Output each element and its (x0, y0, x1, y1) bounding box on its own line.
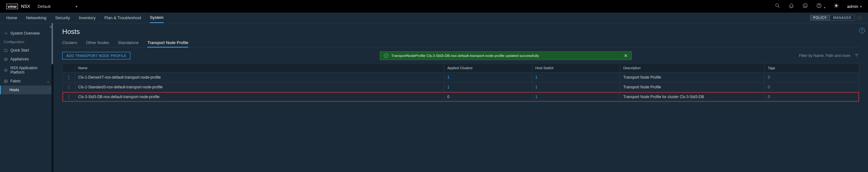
fabric-icon (4, 79, 8, 83)
bell-icon[interactable] (788, 3, 794, 10)
sidebar-item-fabric[interactable]: Fabric ⌄ (0, 77, 53, 86)
sidebar-label: NSX Application Platform (10, 66, 49, 75)
tab-standalone[interactable]: Standalone (118, 38, 138, 47)
filter[interactable]: Filter by Name, Path and more (799, 53, 859, 59)
filter-icon[interactable] (854, 53, 859, 59)
vmware-logo: vmw (6, 4, 18, 9)
tab-transport-node-profile[interactable]: Transport Node Profile (147, 38, 188, 48)
svg-line-16 (6, 33, 7, 34)
svg-point-19 (5, 69, 6, 70)
svg-point-6 (819, 7, 819, 7)
svg-line-13 (837, 7, 838, 7)
col-name: Name (75, 63, 444, 72)
nav-security[interactable]: Security (55, 12, 70, 23)
toolbar: ADD TRANSPORT NODE PROFILE ✓ TransportNo… (62, 51, 859, 60)
table-row[interactable]: ⋮Cls-3-Std3-DB-nsx-default-transport-nod… (63, 92, 859, 102)
scrollbar-thumb[interactable] (52, 23, 53, 64)
svg-rect-17 (5, 49, 7, 52)
svg-point-20 (4, 69, 7, 72)
check-icon: ✓ (384, 54, 388, 58)
scope-label: Default (38, 4, 51, 9)
navbar: Home Networking Security Inventory Plan … (0, 12, 868, 23)
table-header: Name Applied Clusters Host Switch Descri… (63, 63, 859, 72)
row-menu-icon[interactable]: ⋮ (63, 92, 75, 102)
add-transport-node-profile-button[interactable]: ADD TRANSPORT NODE PROFILE (62, 52, 130, 59)
cell-applied: 1 (444, 82, 532, 92)
chevron-down-icon: ⌄ (47, 80, 49, 83)
sidebar-scrollbar[interactable] (52, 23, 53, 172)
help-corner[interactable]: ? (859, 28, 865, 33)
policy-button[interactable]: POLICY (810, 15, 830, 21)
hostswitch-link[interactable]: 1 (535, 95, 537, 99)
svg-line-14 (834, 7, 835, 7)
cell-hostswitch: 1 (532, 73, 620, 82)
user-menu[interactable]: admin ▾ (847, 4, 862, 9)
manager-button[interactable]: MANAGER (830, 15, 855, 21)
app-icon (4, 68, 8, 72)
sidebar-label: Fabric (10, 79, 21, 83)
applied-link[interactable]: 1 (447, 75, 450, 80)
sidebar-item-hosts[interactable]: Hosts (0, 86, 53, 94)
search-icon[interactable] (775, 3, 780, 10)
rocket-icon (4, 49, 8, 53)
cell-applied: 0 (444, 92, 532, 102)
svg-line-1 (778, 6, 779, 7)
chevron-down-icon: ▾ (76, 5, 77, 8)
feedback-icon[interactable] (802, 3, 808, 10)
chevron-down-icon: ▾ (860, 5, 862, 8)
sidebar-item-overview[interactable]: System Overview (0, 29, 53, 38)
scope-selector[interactable]: Default ▾ (38, 4, 77, 9)
table-row[interactable]: ⋮Cls-2-Standard3-nsx-default-transport-n… (63, 82, 859, 92)
cell-name: Cls-2-Standard3-nsx-default-transport-no… (75, 82, 444, 92)
row-menu-icon[interactable]: ⋮ (63, 82, 75, 92)
nav-plan[interactable]: Plan & Troubleshoot (104, 12, 141, 23)
help-icon[interactable]: ▾ (816, 3, 825, 10)
nav-inventory[interactable]: Inventory (79, 12, 95, 23)
svg-point-7 (835, 5, 837, 7)
nav-networking[interactable]: Networking (26, 12, 46, 23)
hostswitch-link[interactable]: 1 (535, 85, 537, 89)
product-name: NSX (21, 4, 30, 9)
table-row[interactable]: ⋮Cls-1-DenseX7-nsx-default-transport-nod… (63, 72, 859, 82)
svg-point-0 (776, 4, 778, 7)
applied-link[interactable]: 1 (447, 85, 450, 89)
nav-home[interactable]: Home (6, 12, 17, 23)
question-icon: ? (859, 28, 865, 33)
cell-description: Transport Node Profile (620, 73, 765, 82)
cell-name: Cls-3-Std3-DB-nsx-default-transport-node… (75, 92, 444, 102)
theme-icon[interactable] (833, 3, 839, 10)
col-hostswitch: Host Switch (532, 63, 620, 72)
sidebar-label: System Overview (10, 31, 39, 35)
gauge-icon (4, 31, 8, 35)
col-tags: Tags (765, 63, 859, 72)
info-icon[interactable]: i (857, 16, 862, 20)
nav-items: Home Networking Security Inventory Plan … (6, 12, 164, 23)
col-applied: Applied Clusters (444, 63, 532, 72)
sidebar-header-config: Configuration (0, 38, 53, 46)
hostswitch-link[interactable]: 1 (535, 75, 537, 80)
cell-description: Transport Node Profile for cluster Cls-3… (620, 92, 765, 102)
tab-clusters[interactable]: Clusters (62, 38, 77, 47)
sidebar-item-appliances[interactable]: Appliances (0, 55, 53, 63)
filter-placeholder: Filter by Name, Path and more (799, 54, 850, 58)
row-menu-icon[interactable]: ⋮ (63, 73, 75, 82)
topbar-right: ▾ admin ▾ (775, 3, 862, 10)
alert-text: TransportNodeProfile Cls-3-Std3-DB-nsx-d… (392, 54, 539, 58)
nav-system[interactable]: System (150, 12, 163, 23)
sidebar: « System Overview Configuration Quick St… (0, 23, 53, 172)
topbar-left: vmw NSX Default ▾ (6, 4, 77, 9)
svg-line-12 (834, 4, 835, 4)
sidebar-label: Quick Start (10, 48, 29, 53)
main-content: ? Hosts Clusters Other Nodes Standalone … (53, 23, 868, 172)
close-icon[interactable]: ✕ (624, 53, 628, 58)
sidebar-item-nsx-app[interactable]: NSX Application Platform (0, 63, 53, 77)
table: Name Applied Clusters Host Switch Descri… (62, 63, 859, 102)
chevron-down-icon: ▾ (824, 6, 825, 9)
tab-other-nodes[interactable]: Other Nodes (86, 38, 109, 47)
cell-tags: 0 (765, 92, 859, 102)
logo-wrap: vmw NSX (6, 4, 30, 9)
sidebar-item-quickstart[interactable]: Quick Start (0, 46, 53, 55)
cell-tags: 0 (765, 73, 859, 82)
cell-tags: 0 (765, 82, 859, 92)
success-alert: ✓ TransportNodeProfile Cls-3-Std3-DB-nsx… (380, 51, 632, 60)
